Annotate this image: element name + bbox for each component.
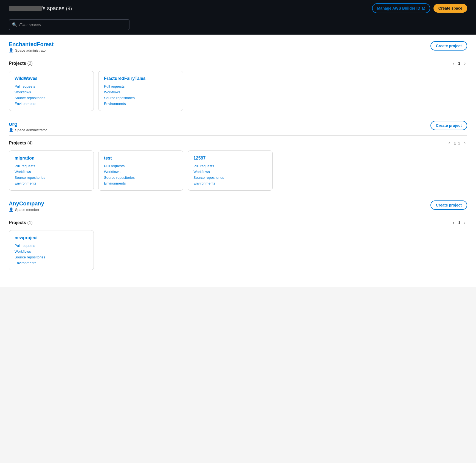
manage-btn-label: Manage AWS Builder ID: [377, 6, 420, 10]
project-link-workflows[interactable]: Workflows: [104, 170, 178, 174]
pagination-current-org: 1: [454, 141, 456, 145]
project-link-pull-requests[interactable]: Pull requests: [15, 244, 88, 248]
projects-title-anycompany: Projects (1): [9, 220, 33, 225]
project-link-workflows[interactable]: Workflows: [193, 170, 267, 174]
space-role-anycompany: 👤Space member: [9, 207, 44, 212]
projects-grid-enchantedforest: WildWavesPull requestsWorkflowsSource re…: [9, 71, 467, 111]
top-bar-actions: Manage AWS Builder ID Create space: [372, 3, 467, 13]
project-link-source-repositories[interactable]: Source repositories: [104, 175, 178, 180]
project-name-test[interactable]: test: [104, 156, 178, 161]
page-title: 's spaces (9): [9, 5, 72, 12]
pagination-next-org[interactable]: ›: [463, 140, 467, 146]
person-icon: 👤: [9, 128, 13, 132]
project-link-environments[interactable]: Environments: [15, 102, 88, 106]
table-row: 12597Pull requestsWorkflowsSource reposi…: [188, 150, 273, 191]
create-space-button[interactable]: Create space: [433, 4, 467, 13]
role-label: Space administrator: [15, 48, 47, 52]
projects-count: (1): [27, 220, 33, 225]
pagination-enchantedforest: ‹1›: [451, 60, 467, 66]
project-link-workflows[interactable]: Workflows: [15, 249, 88, 253]
project-link-workflows[interactable]: Workflows: [104, 90, 178, 94]
person-icon: 👤: [9, 48, 13, 52]
space-section-anycompany: AnyCompany👤Space memberCreate projectPro…: [9, 200, 467, 270]
search-bar: 🔍: [0, 16, 476, 35]
project-link-pull-requests[interactable]: Pull requests: [15, 84, 88, 88]
spaces-count: (9): [66, 6, 72, 11]
space-info-anycompany: AnyCompany👤Space member: [9, 200, 44, 212]
projects-count: (4): [27, 141, 33, 145]
role-label: Space member: [15, 208, 39, 212]
create-project-button-enchantedforest[interactable]: Create project: [430, 41, 467, 51]
space-section-enchantedforest: EnchantedForest👤Space administratorCreat…: [9, 41, 467, 111]
project-link-pull-requests[interactable]: Pull requests: [104, 164, 178, 168]
space-name-org[interactable]: org: [9, 121, 18, 127]
pagination-prev-enchantedforest[interactable]: ‹: [451, 60, 456, 66]
projects-grid-anycompany: newprojectPull requestsWorkflowsSource r…: [9, 230, 467, 270]
pagination-next-enchantedforest[interactable]: ›: [463, 60, 467, 66]
space-header-enchantedforest: EnchantedForest👤Space administratorCreat…: [9, 41, 467, 52]
project-link-environments[interactable]: Environments: [15, 181, 88, 185]
create-project-button-org[interactable]: Create project: [430, 121, 467, 130]
project-link-pull-requests[interactable]: Pull requests: [15, 164, 88, 168]
table-row: testPull requestsWorkflowsSource reposit…: [98, 150, 183, 191]
space-name-enchantedforest[interactable]: EnchantedForest: [9, 41, 53, 47]
pagination-anycompany: ‹1›: [451, 220, 467, 226]
username-redacted: [9, 6, 42, 11]
divider: [9, 135, 467, 136]
project-link-pull-requests[interactable]: Pull requests: [104, 84, 178, 88]
projects-header-enchantedforest: Projects (2)‹1›: [9, 60, 467, 66]
project-link-environments[interactable]: Environments: [15, 261, 88, 265]
table-row: migrationPull requestsWorkflowsSource re…: [9, 150, 94, 191]
search-icon: 🔍: [12, 22, 17, 27]
title-suffix: 's spaces: [42, 5, 64, 11]
pagination-prev-anycompany[interactable]: ‹: [451, 220, 456, 226]
pagination-total-org: 2: [458, 141, 460, 145]
space-info-enchantedforest: EnchantedForest👤Space administrator: [9, 41, 53, 52]
project-link-pull-requests[interactable]: Pull requests: [193, 164, 267, 168]
project-link-environments[interactable]: Environments: [104, 102, 178, 106]
table-row: FracturedFairyTalesPull requestsWorkflow…: [98, 71, 183, 111]
project-link-source-repositories[interactable]: Source repositories: [193, 175, 267, 180]
projects-title-enchantedforest: Projects (2): [9, 61, 33, 66]
external-link-icon: [422, 7, 425, 10]
space-header-anycompany: AnyCompany👤Space memberCreate project: [9, 200, 467, 212]
project-name-WildWaves[interactable]: WildWaves: [15, 76, 88, 81]
filter-spaces-input[interactable]: [9, 19, 129, 30]
projects-count: (2): [27, 61, 33, 66]
space-section-org: org👤Space administratorCreate projectPro…: [9, 121, 467, 191]
projects-title-org: Projects (4): [9, 141, 33, 146]
project-link-source-repositories[interactable]: Source repositories: [15, 175, 88, 180]
manage-aws-builder-id-button[interactable]: Manage AWS Builder ID: [372, 3, 430, 13]
project-link-environments[interactable]: Environments: [104, 181, 178, 185]
create-space-label: Create space: [438, 6, 462, 10]
projects-header-anycompany: Projects (1)‹1›: [9, 220, 467, 226]
project-link-source-repositories[interactable]: Source repositories: [15, 255, 88, 259]
space-role-org: 👤Space administrator: [9, 128, 47, 132]
project-links-migration: Pull requestsWorkflowsSource repositorie…: [15, 164, 88, 185]
project-link-workflows[interactable]: Workflows: [15, 170, 88, 174]
project-name-FracturedFairyTales[interactable]: FracturedFairyTales: [104, 76, 178, 81]
project-links-test: Pull requestsWorkflowsSource repositorie…: [104, 164, 178, 185]
project-name-migration[interactable]: migration: [15, 156, 88, 161]
table-row: WildWavesPull requestsWorkflowsSource re…: [9, 71, 94, 111]
project-links-FracturedFairyTales: Pull requestsWorkflowsSource repositorie…: [104, 84, 178, 106]
pagination-current-anycompany: 1: [458, 221, 460, 225]
project-links-newproject: Pull requestsWorkflowsSource repositorie…: [15, 244, 88, 265]
divider: [9, 215, 467, 215]
pagination-prev-org[interactable]: ‹: [447, 140, 452, 146]
project-name-12597[interactable]: 12597: [193, 156, 267, 161]
person-icon: 👤: [9, 207, 13, 212]
projects-grid-org: migrationPull requestsWorkflowsSource re…: [9, 150, 467, 191]
space-info-org: org👤Space administrator: [9, 121, 47, 132]
project-link-source-repositories[interactable]: Source repositories: [15, 96, 88, 100]
main-content: EnchantedForest👤Space administratorCreat…: [0, 35, 476, 287]
search-wrapper: 🔍: [9, 19, 129, 30]
project-name-newproject[interactable]: newproject: [15, 235, 88, 240]
create-project-button-anycompany[interactable]: Create project: [430, 200, 467, 210]
project-link-environments[interactable]: Environments: [193, 181, 267, 185]
project-links-12597: Pull requestsWorkflowsSource repositorie…: [193, 164, 267, 185]
pagination-next-anycompany[interactable]: ›: [463, 220, 467, 226]
project-link-workflows[interactable]: Workflows: [15, 90, 88, 94]
space-name-anycompany[interactable]: AnyCompany: [9, 200, 44, 207]
project-link-source-repositories[interactable]: Source repositories: [104, 96, 178, 100]
